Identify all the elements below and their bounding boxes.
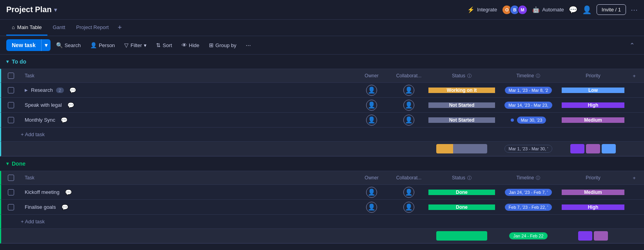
legal-owner-avatar[interactable]: 👤	[366, 100, 377, 111]
filter-button[interactable]: ▽ Filter ▾	[120, 40, 151, 51]
done-timeline-info-icon[interactable]: ⓘ	[536, 175, 540, 181]
done-add-task-row[interactable]: + Add task	[0, 215, 644, 229]
research-collaborator[interactable]: 👤	[389, 85, 428, 96]
todo-select-all-checkbox[interactable]	[8, 73, 14, 79]
monthly-status[interactable]: Not Started	[428, 117, 495, 123]
legal-priority-pill[interactable]: High	[562, 102, 624, 108]
integrate-button[interactable]: ⚡ Integrate	[467, 6, 497, 13]
legal-timeline[interactable]: Mar 14, '23 - Mar 23,	[495, 102, 562, 109]
finalise-priority-pill[interactable]: High	[562, 204, 624, 210]
legal-checkbox[interactable]	[8, 102, 14, 108]
legal-timeline-pill[interactable]: Mar 14, '23 - Mar 23,	[504, 102, 552, 109]
research-priority-pill[interactable]: Low	[562, 88, 624, 93]
add-tab-button[interactable]: +	[114, 22, 125, 33]
research-priority[interactable]: Low	[562, 88, 624, 93]
research-expand-icon[interactable]: ▶	[25, 88, 28, 92]
row-check-legal	[1, 102, 21, 108]
todo-collapse-icon[interactable]: ▾	[6, 59, 9, 64]
legal-owner[interactable]: 👤	[354, 100, 389, 111]
finalise-status[interactable]: Done	[428, 204, 495, 210]
finalise-comment-icon[interactable]: 💬	[62, 204, 68, 210]
monthly-timeline-pill[interactable]: Mar 30, '23	[517, 117, 546, 124]
new-task-dropdown-icon[interactable]: ▾	[41, 39, 51, 51]
hide-button[interactable]: 👁 Hide	[178, 40, 203, 51]
done-summary-row: Jan 24 - Feb 22	[0, 229, 644, 244]
finalise-checkbox[interactable]	[8, 204, 14, 210]
legal-comment-icon[interactable]: 💬	[67, 102, 74, 108]
group-by-button[interactable]: ⊞ Group by	[205, 40, 240, 51]
monthly-checkbox[interactable]	[8, 117, 14, 123]
legal-priority[interactable]: High	[562, 102, 624, 108]
legal-collaborator-avatar[interactable]: 👤	[403, 100, 414, 111]
finalise-status-pill[interactable]: Done	[428, 204, 495, 210]
research-checkbox[interactable]	[8, 87, 14, 93]
kickoff-status-pill[interactable]: Done	[428, 190, 495, 195]
done-select-all-checkbox[interactable]	[8, 175, 14, 181]
legal-status[interactable]: Not Started	[428, 102, 495, 108]
todo-header-status: Status ⓘ	[428, 73, 495, 79]
tab-gantt[interactable]: Gantt	[47, 20, 71, 36]
monthly-priority[interactable]: Medium	[562, 117, 624, 123]
legal-collaborator[interactable]: 👤	[389, 100, 428, 111]
kickoff-status[interactable]: Done	[428, 190, 495, 195]
done-collapse-icon[interactable]: ▾	[6, 161, 9, 166]
kickoff-collaborator-avatar[interactable]: 👤	[403, 187, 414, 198]
title-chevron-icon[interactable]: ▾	[54, 7, 57, 13]
person-button[interactable]: 👤 Person	[86, 40, 119, 51]
finalise-owner-avatar[interactable]: 👤	[366, 202, 377, 213]
research-status-pill[interactable]: Working on it	[428, 88, 495, 93]
kickoff-owner-avatar[interactable]: 👤	[366, 187, 377, 198]
research-timeline[interactable]: Mar 1, '23 - Mar 8, '2	[495, 87, 562, 94]
finalise-timeline-pill[interactable]: Feb 7, '23 - Feb 22, '	[505, 204, 552, 211]
monthly-owner-avatar[interactable]: 👤	[366, 115, 377, 126]
research-timeline-pill[interactable]: Mar 1, '23 - Mar 8, '2	[505, 87, 552, 94]
research-comment-icon[interactable]: 💬	[69, 87, 76, 93]
done-status-info-icon[interactable]: ⓘ	[467, 175, 472, 181]
app-title[interactable]: Project Plan ▾	[6, 5, 57, 14]
kickoff-priority[interactable]: Medium	[562, 190, 624, 195]
more-toolbar-button[interactable]: ⋯	[242, 40, 255, 51]
monthly-collaborator-avatar[interactable]: 👤	[403, 115, 414, 126]
tab-main-table[interactable]: ⌂ Main Table	[6, 20, 47, 36]
finalise-owner[interactable]: 👤	[354, 202, 389, 213]
avatar-3[interactable]: M	[517, 5, 528, 15]
automate-button[interactable]: 🤖 Automate	[532, 6, 564, 13]
monthly-comment-icon[interactable]: 💬	[61, 117, 67, 123]
research-status[interactable]: Working on it	[428, 88, 495, 93]
status-info-icon[interactable]: ⓘ	[467, 73, 472, 79]
user-avatar-icon[interactable]: 👤	[582, 5, 592, 15]
new-task-button[interactable]: New task ▾	[6, 39, 51, 51]
kickoff-comment-icon[interactable]: 💬	[65, 189, 72, 195]
finalise-collaborator-avatar[interactable]: 👤	[403, 202, 414, 213]
kickoff-timeline[interactable]: Jan 24, '23 - Feb 7, '	[495, 189, 562, 196]
monthly-priority-pill[interactable]: Medium	[562, 117, 624, 123]
collapse-all-button[interactable]: ⌃	[626, 40, 638, 51]
research-collaborator-avatar[interactable]: 👤	[403, 85, 414, 96]
legal-status-pill[interactable]: Not Started	[428, 102, 495, 108]
monthly-owner[interactable]: 👤	[354, 115, 389, 126]
finalise-priority[interactable]: High	[562, 204, 624, 210]
kickoff-priority-pill[interactable]: Medium	[562, 190, 624, 195]
kickoff-collaborator[interactable]: 👤	[389, 187, 428, 198]
more-options-icon[interactable]: ⋯	[631, 5, 638, 14]
monthly-timeline[interactable]: Mar 30, '23	[495, 117, 562, 124]
todo-summary-medium-pill	[586, 144, 600, 153]
chat-icon[interactable]: 💬	[569, 5, 577, 14]
monthly-collaborator[interactable]: 👤	[389, 115, 428, 126]
kickoff-timeline-pill[interactable]: Jan 24, '23 - Feb 7, '	[505, 189, 552, 196]
sort-button[interactable]: ⇅ Sort	[152, 40, 176, 51]
search-button[interactable]: 🔍 Search	[52, 40, 85, 51]
finalise-timeline[interactable]: Feb 7, '23 - Feb 22, '	[495, 204, 562, 211]
done-add-column-button[interactable]: +	[624, 175, 644, 181]
kickoff-owner[interactable]: 👤	[354, 187, 389, 198]
monthly-status-pill[interactable]: Not Started	[428, 117, 495, 123]
kickoff-checkbox[interactable]	[8, 189, 14, 195]
tab-project-report[interactable]: Project Report	[71, 20, 114, 36]
todo-add-column-button[interactable]: +	[624, 73, 644, 79]
invite-button[interactable]: Invite / 1	[597, 4, 626, 15]
timeline-info-icon[interactable]: ⓘ	[536, 73, 540, 79]
finalise-collaborator[interactable]: 👤	[389, 202, 428, 213]
todo-add-task-row[interactable]: + Add task	[0, 128, 644, 142]
research-owner[interactable]: 👤	[354, 85, 389, 96]
research-owner-avatar[interactable]: 👤	[366, 85, 377, 96]
